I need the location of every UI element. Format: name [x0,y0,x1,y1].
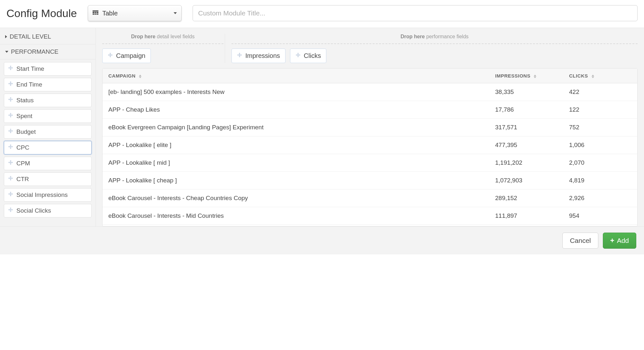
dropzone-perf-label: Drop here performance fields [231,34,638,44]
table-icon [93,10,98,17]
table-row[interactable]: [eb- landing] 500 examples - Interests N… [103,83,637,101]
drop-chip-label: Clicks [304,52,321,60]
cell-clicks: 122 [563,101,637,119]
cell-campaign: eBook Carousel - Interests - Mid Countri… [103,207,489,225]
cell-impressions: 111,897 [489,207,563,225]
page-title: Config Module [6,7,77,20]
field-pill-label: Social Impressions [16,191,68,198]
cell-clicks: 2,926 [563,189,637,207]
drop-chip[interactable]: Campaign [102,49,151,63]
cell-clicks: 752 [563,119,637,136]
cell-campaign: [eb- landing] 500 examples - Interests N… [103,83,489,101]
cell-clicks: 1,006 [563,136,637,154]
cell-impressions: 477,395 [489,136,563,154]
dropzone-performance[interactable]: Drop here performance fields Impressions… [225,34,638,63]
field-pill-label: CTR [16,176,29,183]
cell-clicks: 422 [563,83,637,101]
cell-impressions: 1,072,903 [489,172,563,189]
cell-clicks: 954 [563,207,637,225]
cell-clicks: 4,819 [563,172,637,189]
table-row[interactable]: eBook Carousel - Interests - Mid Countri… [103,207,637,225]
data-table: CAMPAIGN IMPRESSIONS CLICKS [eb- l [103,69,637,225]
sidebar[interactable]: DETAIL LEVEL PERFORMANCE Start TimeEnd T… [0,28,96,226]
table-header-clicks[interactable]: CLICKS [563,69,637,83]
move-icon [8,160,13,167]
plus-icon: + [610,237,614,244]
table-row[interactable]: APP - Lookalike [ cheap ]1,072,9034,819 [103,172,637,189]
drop-chip-label: Impressions [245,52,280,60]
field-pill[interactable]: Social Impressions [4,188,92,202]
drop-chip-label: Campaign [116,52,145,60]
chevron-down-icon [174,12,177,14]
table-row[interactable]: APP - Lookalike [ elite ]477,3951,006 [103,136,637,154]
dropzone-perf-chips: ImpressionsClicks [231,49,638,63]
module-type-select-wrapper: Table [88,5,182,21]
sort-icon [592,75,594,78]
field-pill-label: Spent [16,113,32,120]
field-pill-label: Budget [16,128,36,135]
table-row[interactable]: APP - Lookalike [ mid ]1,191,2022,070 [103,154,637,172]
dropzone-detail-label: Drop here detail level fields [102,34,223,44]
field-pill[interactable]: CPM [4,157,92,170]
move-icon [108,52,113,60]
field-pill-label: CPM [16,160,30,167]
field-pill[interactable]: Social Clicks [4,204,92,217]
drop-chip[interactable]: Impressions [231,49,286,63]
cell-campaign: APP - Lookalike [ elite ] [103,136,489,154]
field-pill[interactable]: CTR [4,172,92,186]
move-icon [8,128,13,135]
move-icon [8,191,13,198]
table-row[interactable]: eBook Carousel - Interests - Cheap Count… [103,189,637,207]
sidebar-section-performance[interactable]: PERFORMANCE [0,44,95,60]
module-title-input[interactable] [193,5,638,21]
sidebar-section-detail-level[interactable]: DETAIL LEVEL [0,28,95,44]
table-row[interactable]: eBook Evergreen Campaign [Landing Pages]… [103,119,637,136]
performance-field-list: Start TimeEnd TimeStatusSpentBudgetCPCCP… [0,60,95,217]
field-pill[interactable]: End Time [4,78,92,91]
sort-icon [534,75,536,78]
cell-impressions: 289,152 [489,189,563,207]
move-icon [295,52,301,60]
cell-campaign: eBook Carousel - Interests - Cheap Count… [103,189,489,207]
cell-impressions: 1,191,202 [489,154,563,172]
cell-impressions: 317,571 [489,119,563,136]
dropzone-detail-level[interactable]: Drop here detail level fields Campaign [102,34,223,63]
dropzone-detail-chips: Campaign [102,49,223,63]
cell-campaign: APP - Lookalike [ mid ] [103,154,489,172]
table-header-campaign[interactable]: CAMPAIGN [103,69,489,83]
move-icon [8,144,13,151]
move-icon [8,113,13,120]
field-pill[interactable]: Start Time [4,62,92,76]
cell-clicks: 2,070 [563,154,637,172]
chevron-down-icon [5,51,8,53]
cell-impressions: 17,786 [489,101,563,119]
header: Config Module Table [0,0,644,28]
drop-chip[interactable]: Clicks [290,49,326,63]
field-pill-label: Start Time [16,65,44,72]
cell-impressions: 38,335 [489,83,563,101]
add-button[interactable]: + Add [603,233,636,249]
field-pill-label: CPC [16,144,29,151]
sort-icon [139,75,141,78]
module-type-select[interactable]: Table [88,5,182,21]
move-icon [8,97,13,104]
field-pill-label: End Time [16,81,42,88]
module-type-select-label: Table [102,10,118,17]
field-pill[interactable]: CPC [4,141,92,154]
main: DETAIL LEVEL PERFORMANCE Start TimeEnd T… [0,28,644,226]
dropzones: Drop here detail level fields Campaign D… [102,34,638,63]
footer: Cancel + Add [0,226,644,254]
field-pill-label: Status [16,97,34,104]
field-pill-label: Social Clicks [16,207,51,214]
content: Drop here detail level fields Campaign D… [96,28,644,226]
field-pill[interactable]: Budget [4,125,92,139]
cancel-button[interactable]: Cancel [562,233,598,249]
field-pill[interactable]: Spent [4,109,92,123]
move-icon [8,207,13,214]
sidebar-section-label: DETAIL LEVEL [10,33,51,40]
move-icon [8,176,13,183]
table-row[interactable]: APP - Cheap Likes17,786122 [103,101,637,119]
table-header-impressions[interactable]: IMPRESSIONS [489,69,563,83]
field-pill[interactable]: Status [4,94,92,107]
data-table-wrapper[interactable]: CAMPAIGN IMPRESSIONS CLICKS [eb- l [102,68,638,226]
